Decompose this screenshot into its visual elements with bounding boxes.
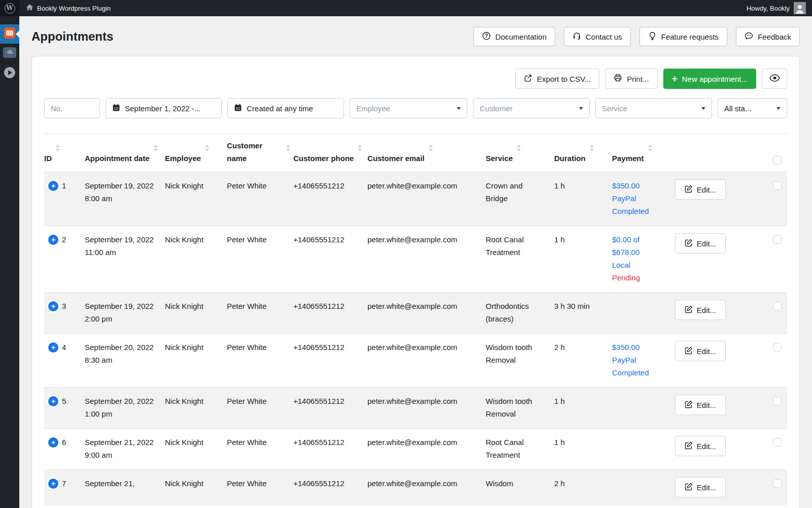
row-checkbox[interactable]: [773, 302, 782, 310]
payment-link[interactable]: $350.00: [612, 341, 664, 354]
expand-row-button[interactable]: +: [48, 235, 58, 245]
row-checkbox[interactable]: [773, 479, 782, 488]
payment-status-pending[interactable]: Pending: [612, 271, 664, 284]
cell-employee: Nick Knight: [165, 179, 227, 217]
contact-us-button[interactable]: Contact us: [564, 27, 631, 46]
expand-row-button[interactable]: +: [48, 396, 58, 406]
appointment-id: 1: [62, 179, 66, 192]
print-button[interactable]: Print...: [605, 69, 657, 89]
payment-link[interactable]: Completed: [612, 366, 664, 379]
calendar-icon: [112, 104, 120, 113]
row-checkbox[interactable]: [773, 235, 782, 244]
cell-employee: Nick Knight: [165, 477, 227, 497]
column-header-customer_phone[interactable]: Customer phone: [293, 134, 367, 172]
cell-id: +2: [44, 233, 85, 284]
home-icon: [26, 4, 33, 13]
row-checkbox[interactable]: [773, 397, 782, 405]
payment-link[interactable]: $678.00: [612, 246, 664, 259]
cell-actions: Edit...: [675, 233, 733, 284]
cell-payment: $350.00PayPalCompleted: [612, 341, 675, 379]
lightbulb-icon: [648, 31, 657, 42]
column-header-duration[interactable]: Duration: [554, 134, 612, 172]
payment-link[interactable]: $0.00 of: [612, 233, 664, 246]
edit-button[interactable]: Edit...: [675, 300, 726, 320]
howdy-text: Howdy, Bookly: [747, 5, 790, 12]
edit-button[interactable]: Edit...: [675, 341, 726, 361]
documentation-button[interactable]: ?Documentation: [473, 27, 555, 46]
wp-logo-menu[interactable]: W: [0, 0, 19, 16]
cell-payment: [612, 436, 675, 461]
cell-id: +3: [44, 300, 85, 325]
cell-customer-email: peter.white@example.com: [367, 341, 486, 379]
column-header-service[interactable]: Service: [486, 134, 554, 172]
edit-button[interactable]: Edit...: [675, 233, 726, 253]
chevron-down-icon: [776, 107, 781, 110]
cell-service: Orthodontics (braces): [486, 300, 554, 325]
cell-date: September 21,: [85, 477, 165, 497]
edit-button[interactable]: Edit...: [675, 436, 726, 456]
edit-button[interactable]: Edit...: [675, 477, 726, 497]
column-header-id[interactable]: ID: [44, 134, 85, 172]
select-all-checkbox[interactable]: [773, 156, 782, 165]
appointment-row: +4September 20, 2022 8:30 amNick KnightP…: [44, 333, 787, 387]
edit-icon: [685, 483, 693, 492]
column-label: Customer email: [367, 152, 425, 165]
cell-service: Crown and Bridge: [486, 179, 554, 217]
column-header-date[interactable]: Appointment date: [85, 134, 165, 172]
expand-row-button[interactable]: +: [48, 301, 58, 311]
cell-date: September 20, 2022 8:30 am: [85, 341, 165, 379]
service-filter[interactable]: Service: [595, 98, 712, 118]
cell-duration: 3 h 30 min: [554, 300, 612, 325]
svg-text:?: ?: [485, 33, 488, 39]
site-link[interactable]: Bookly Wordpress Plugin: [26, 4, 111, 13]
export-csv-button[interactable]: Export to CSV...: [515, 69, 599, 89]
expand-row-button[interactable]: +: [48, 181, 58, 191]
column-label: ID: [44, 152, 52, 165]
payment-link[interactable]: Local: [612, 259, 664, 271]
column-header-employee[interactable]: Employee: [165, 134, 227, 172]
payment-link[interactable]: $350.00: [612, 179, 664, 192]
sidebar-item-bookly-cloud[interactable]: [3, 47, 16, 58]
employee-filter[interactable]: Employee: [350, 98, 467, 118]
customer-filter[interactable]: Customer: [473, 98, 590, 118]
account-menu[interactable]: Howdy, Bookly: [747, 2, 806, 14]
site-name: Bookly Wordpress Plugin: [37, 5, 111, 12]
cell-duration: 2 h: [554, 477, 612, 497]
plus-icon: +: [672, 74, 678, 83]
edit-label: Edit...: [697, 185, 716, 194]
edit-label: Edit...: [697, 401, 716, 409]
cell-payment: [612, 477, 675, 497]
column-header-customer_name[interactable]: Customer name: [227, 134, 293, 172]
column-label: Appointment date: [85, 152, 150, 165]
feature-requests-button[interactable]: Feature requests: [639, 27, 727, 46]
calendar-icon: [234, 104, 242, 113]
feedback-button[interactable]: Feedback: [736, 27, 800, 46]
column-header-payment[interactable]: Payment: [612, 134, 675, 172]
status-filter[interactable]: All sta...: [718, 98, 787, 118]
row-checkbox[interactable]: [773, 438, 782, 447]
edit-button[interactable]: Edit...: [675, 395, 726, 415]
expand-row-button[interactable]: +: [48, 437, 58, 448]
sidebar-item-bookly[interactable]: [0, 24, 19, 44]
collapse-menu-button[interactable]: [4, 67, 15, 78]
cell-customer-phone: +14065551212: [293, 233, 367, 284]
columns-visibility-button[interactable]: [762, 69, 787, 89]
expand-row-button[interactable]: +: [48, 342, 58, 353]
created-at-filter[interactable]: Created at any time: [227, 98, 344, 118]
column-header-customer_email[interactable]: Customer email: [367, 134, 486, 172]
cell-employee: Nick Knight: [165, 233, 227, 284]
row-checkbox[interactable]: [773, 343, 782, 352]
date-range-filter[interactable]: September 1, 2022 -...: [106, 98, 222, 118]
sort-arrows-icon: [517, 145, 521, 151]
row-checkbox[interactable]: [773, 181, 782, 190]
appointment-id: 7: [62, 477, 66, 490]
payment-link[interactable]: PayPal: [612, 192, 664, 205]
cell-payment: [612, 300, 675, 325]
payment-link[interactable]: PayPal: [612, 354, 664, 366]
edit-icon: [685, 441, 693, 451]
expand-row-button[interactable]: +: [48, 479, 58, 489]
new-appointment-button[interactable]: + New appointment...: [663, 69, 756, 89]
payment-link[interactable]: Completed: [612, 205, 664, 217]
appointment-number-input[interactable]: No.: [44, 98, 100, 118]
edit-button[interactable]: Edit...: [675, 179, 726, 200]
